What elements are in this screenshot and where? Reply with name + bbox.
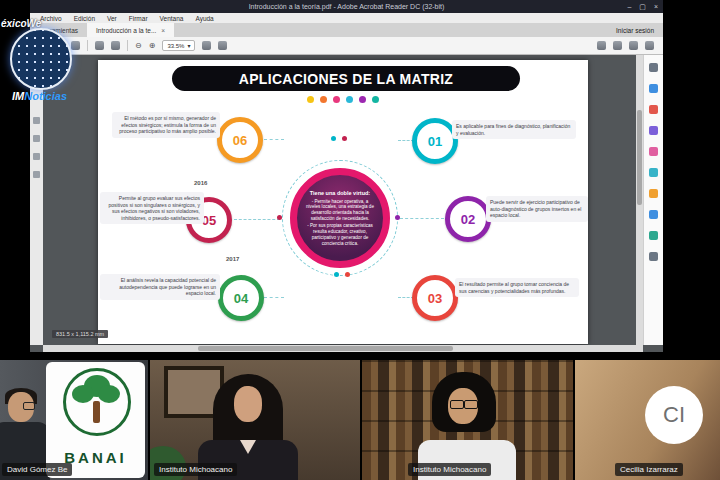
ring-dot: [342, 136, 347, 141]
send-review-icon[interactable]: [649, 231, 658, 240]
connector-line: [400, 218, 444, 219]
tree-trunk: [93, 401, 100, 423]
menu-ventana[interactable]: Ventana: [160, 15, 184, 22]
toolbar-divider: [87, 40, 88, 51]
fullscreen-icon[interactable]: [218, 41, 227, 50]
window-close-icon[interactable]: ×: [654, 3, 658, 10]
create-pdf-icon[interactable]: [649, 105, 658, 114]
document-area: APLICACIONES DE LA MATRIZ: [43, 55, 643, 345]
menu-edicion[interactable]: Edición: [74, 15, 95, 22]
banai-logo: BANAI: [46, 362, 145, 478]
number-badge-02: 02: [445, 196, 491, 242]
tree-canopy: [72, 385, 94, 403]
dot-teal: [372, 96, 379, 103]
pdf-page: APLICACIONES DE LA MATRIZ: [98, 60, 588, 344]
title-bar: Introducción a la teoría.pdf - Adobe Acr…: [30, 0, 663, 13]
glasses: [23, 402, 35, 410]
center-body-1: - Permite hacer operativa, a niveles loc…: [304, 199, 376, 222]
item-text-04: El análisis revela la capacidad potencia…: [100, 274, 220, 300]
bookmarks-icon[interactable]: [33, 135, 40, 142]
video-tile-instituto-1[interactable]: Instituto Michoacano: [150, 360, 360, 480]
zoom-level-value: 33.5%: [167, 43, 184, 49]
number-badge-04: 04: [218, 275, 264, 321]
comment-tool-icon[interactable]: [649, 147, 658, 156]
comment-icon[interactable]: [597, 41, 606, 50]
fill-sign-icon[interactable]: [649, 210, 658, 219]
slide-title: APLICACIONES DE LA MATRIZ: [172, 66, 520, 91]
avatar-initials: CI: [663, 402, 685, 428]
dot-orange: [320, 96, 327, 103]
zoom-in-icon[interactable]: ⊕: [149, 42, 156, 50]
zoom-level-select[interactable]: 33.5% ▾: [162, 40, 195, 51]
tab-document-label: Introducción a la te...: [96, 27, 156, 34]
ring-dot: [345, 272, 350, 277]
participant-name: Cecilia Izarraraz: [615, 463, 683, 476]
page-thumbnails-icon[interactable]: [33, 117, 40, 124]
dot-purple: [359, 96, 366, 103]
hand-tool-icon[interactable]: [111, 41, 120, 50]
menu-archivo[interactable]: Archivo: [40, 15, 62, 22]
glasses: [450, 400, 464, 409]
zoom-out-icon[interactable]: ⊖: [135, 42, 142, 50]
screen: Introducción a la teoría.pdf - Adobe Acr…: [0, 0, 720, 480]
connector-line: [234, 219, 280, 220]
item-text-06: El método es por sí mismo, generador de …: [112, 112, 220, 138]
dot-blue: [346, 96, 353, 103]
horizontal-scrollbar-thumb[interactable]: [198, 346, 453, 351]
search-icon[interactable]: [649, 63, 658, 72]
share-icon[interactable]: [645, 41, 654, 50]
year-2017: 2017: [226, 256, 239, 262]
dot-pink: [333, 96, 340, 103]
attachments-icon[interactable]: [33, 153, 40, 160]
maximize-icon[interactable]: ▢: [639, 3, 646, 11]
menu-ver[interactable]: Ver: [107, 15, 117, 22]
imnoticias-logo: [10, 28, 72, 90]
imnoticias-wordmark: IMNoticias: [12, 90, 67, 102]
video-tile-instituto-2[interactable]: Instituto Michoacano: [362, 360, 573, 480]
participant-name: Instituto Michoacano: [408, 463, 491, 476]
glasses: [464, 400, 478, 409]
item-text-01: Es aplicable para fines de diagnóstico, …: [452, 120, 576, 139]
export-pdf-icon[interactable]: [649, 84, 658, 93]
organize-pages-icon[interactable]: [649, 189, 658, 198]
toolbar-divider: [127, 40, 128, 51]
item-text-02: Puede servir de ejercicio participativo …: [486, 196, 588, 222]
participant-name: Instituto Michoacano: [154, 463, 237, 476]
layers-icon[interactable]: [33, 171, 40, 178]
year-2016: 2016: [194, 180, 207, 186]
vertical-scrollbar-thumb[interactable]: [637, 110, 642, 205]
horizontal-scrollbar[interactable]: [43, 345, 643, 352]
window-controls: – ▢ ×: [627, 0, 658, 13]
item-text-03: El resultado permite al grupo tomar conc…: [455, 278, 579, 297]
item-text-05: Permite al grupo evaluar sus efectos pos…: [100, 192, 204, 224]
draw-icon[interactable]: [629, 41, 638, 50]
print-icon[interactable]: [71, 41, 80, 50]
video-tile-david[interactable]: BANAI David Gómez Be: [0, 360, 148, 480]
video-tile-cecilia[interactable]: CI Cecilia Izarraraz: [575, 360, 720, 480]
center-circle: Tiene una doble virtud: - Permite hacer …: [290, 168, 390, 268]
combine-files-icon[interactable]: [649, 168, 658, 177]
vertical-scrollbar[interactable]: [636, 55, 643, 345]
ring-dot: [277, 215, 282, 220]
minimize-icon[interactable]: –: [627, 3, 631, 10]
menu-firmar[interactable]: Firmar: [129, 15, 148, 22]
participant-name: David Gómez Be: [2, 463, 72, 476]
tools-side-panel: [643, 55, 663, 345]
close-tab-icon[interactable]: ×: [161, 27, 165, 34]
menu-bar: Archivo Edición Ver Firmar Ventana Ayuda: [30, 13, 663, 23]
tree-canopy: [98, 385, 120, 403]
avatar: CI: [645, 386, 703, 444]
number-badge-06: 06: [217, 117, 263, 163]
menu-ayuda[interactable]: Ayuda: [195, 15, 213, 22]
fit-width-icon[interactable]: [202, 41, 211, 50]
select-tool-icon[interactable]: [95, 41, 104, 50]
edit-pdf-icon[interactable]: [649, 126, 658, 135]
sign-in-button[interactable]: Iniciar sesión: [616, 27, 654, 34]
tab-bar: Herramientas Introducción a la te... × I…: [30, 23, 663, 37]
tab-document[interactable]: Introducción a la te... ×: [87, 23, 174, 37]
title-dots: [98, 96, 588, 103]
more-tools-icon[interactable]: [649, 252, 658, 261]
ring-dot: [334, 272, 339, 277]
dot-yellow: [307, 96, 314, 103]
highlight-icon[interactable]: [613, 41, 622, 50]
